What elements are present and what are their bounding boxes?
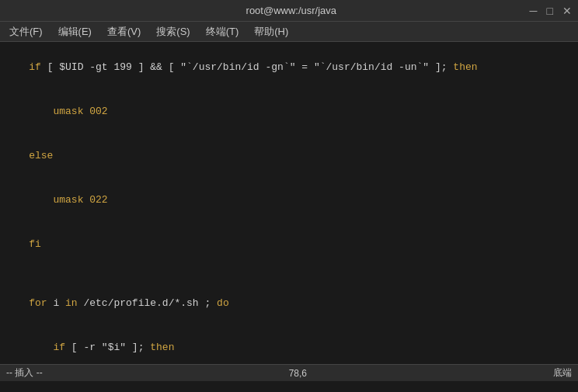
code-line-1: if [ $UID -gt 199 ] && [ "`/usr/bin/id -… xyxy=(0,45,578,89)
status-position: 78,6 xyxy=(289,368,307,379)
menu-view[interactable]: 查看(V) xyxy=(101,23,147,40)
minimize-button[interactable]: ─ xyxy=(530,5,538,17)
status-scroll: 底端 xyxy=(553,366,572,380)
menu-file[interactable]: 文件(F) xyxy=(3,23,49,40)
window-controls[interactable]: ─ □ ✕ xyxy=(530,5,572,17)
code-line-8: if [ -r "$i" ]; then xyxy=(0,325,578,364)
code-line-3: else xyxy=(0,134,578,178)
code-line-4: umask 022 xyxy=(0,178,578,222)
code-line-2: umask 002 xyxy=(0,89,578,134)
menu-search[interactable]: 搜索(S) xyxy=(150,23,196,40)
titlebar: root@www:/usr/java ─ □ ✕ xyxy=(0,0,578,22)
menu-help[interactable]: 帮助(H) xyxy=(248,23,294,40)
window-title: root@www:/usr/java xyxy=(53,5,530,16)
code-line-5: fi xyxy=(0,222,578,266)
maximize-button[interactable]: □ xyxy=(547,5,553,17)
code-line-6 xyxy=(0,266,578,281)
statusbar: -- 插入 -- 78,6 底端 xyxy=(0,364,578,381)
status-mode: -- 插入 -- xyxy=(6,366,43,380)
code-line-7: for i in /etc/profile.d/*.sh ; do xyxy=(0,281,578,325)
close-button[interactable]: ✕ xyxy=(562,5,572,17)
code-editor[interactable]: if [ $UID -gt 199 ] && [ "`/usr/bin/id -… xyxy=(0,42,578,364)
menubar: 文件(F) 编辑(E) 查看(V) 搜索(S) 终端(T) 帮助(H) xyxy=(0,22,578,42)
menu-terminal[interactable]: 终端(T) xyxy=(200,23,245,40)
menu-edit[interactable]: 编辑(E) xyxy=(52,23,98,40)
